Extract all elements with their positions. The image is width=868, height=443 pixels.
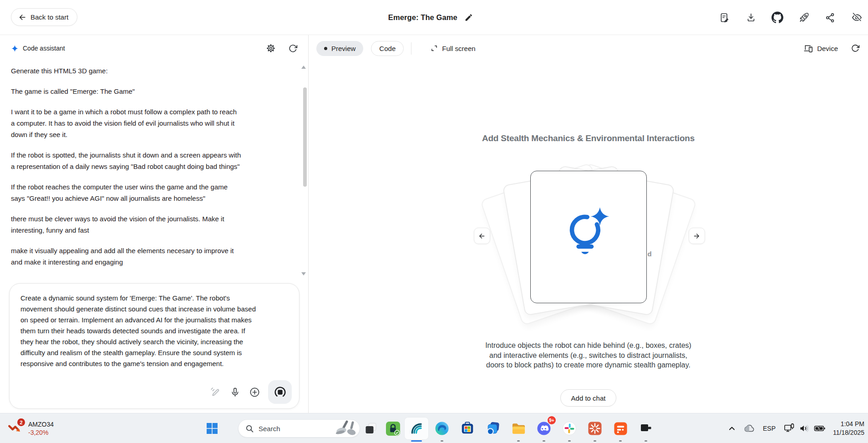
description-line: and interactive elements (e.g., switches… — [309, 351, 868, 361]
filter-app[interactable] — [608, 413, 633, 443]
expand-icon — [431, 45, 438, 52]
suggestion-card-title: Add Stealth Mechanics & Environmental In… — [309, 133, 868, 143]
edge-browser-app[interactable] — [429, 413, 455, 443]
idea-lightbulb-icon — [567, 206, 610, 259]
edge-icon — [434, 421, 450, 436]
tray-status-cluster[interactable] — [783, 421, 827, 436]
outlook-app[interactable] — [480, 413, 506, 443]
discord-notification-badge: 9+ — [548, 416, 556, 424]
notes-edit-icon[interactable] — [719, 12, 731, 24]
chat-history[interactable]: Generate this HTML5 3D game: The game is… — [0, 61, 308, 279]
stock-symbol: AMZO34 — [28, 420, 54, 428]
starburst-icon — [587, 421, 603, 436]
running-indicator — [645, 440, 647, 442]
device-label: Device — [817, 45, 838, 52]
assistant-header: Code assistant — [0, 35, 308, 61]
back-to-start-button[interactable]: Back to start — [11, 8, 77, 26]
composer-actions — [209, 380, 292, 404]
tray-date: 11/18/2025 — [833, 428, 864, 437]
suggestion-card — [530, 171, 647, 303]
start-button[interactable] — [203, 419, 221, 438]
chat-composer: Create a dynamic sound system for 'Emerg… — [9, 283, 299, 409]
add-attachment-icon[interactable] — [249, 386, 260, 398]
taskbar-search-box[interactable]: Search — [238, 419, 360, 438]
edit-title-pencil-icon[interactable] — [463, 12, 475, 24]
file-explorer-app[interactable] — [506, 413, 531, 443]
store-icon — [460, 421, 475, 436]
slack-icon — [562, 421, 577, 436]
volume-icon — [799, 423, 810, 434]
show-hidden-icons-chevron[interactable] — [727, 424, 736, 433]
clock[interactable]: 1:04 PM 11/18/2025 — [833, 420, 864, 437]
main-split: Code assistant Generate this HTML5 3D ga… — [0, 35, 868, 413]
tab-preview[interactable]: Preview — [316, 41, 363, 56]
preview-viewport: Add Stealth Mechanics & Environmental In… — [309, 61, 868, 413]
mic-icon[interactable] — [229, 386, 241, 398]
running-indicator — [619, 440, 622, 442]
widgets-stock-button[interactable]: 2 AMZO34 -3,20% — [7, 413, 54, 443]
screen-capture-icon — [638, 421, 654, 436]
refresh-preview-icon[interactable] — [850, 43, 861, 54]
preview-header: Preview Code Full screen — [309, 35, 868, 61]
scroll-up-arrow[interactable] — [301, 66, 306, 69]
running-indicator — [441, 440, 443, 442]
slack-app[interactable] — [557, 413, 582, 443]
stop-generating-button[interactable] — [268, 380, 292, 404]
chat-input[interactable]: Create a dynamic sound system for 'Emerg… — [10, 284, 271, 369]
topbar-actions — [719, 0, 863, 35]
preview-panel: Preview Code Full screen — [309, 35, 868, 413]
folder-icon — [511, 421, 526, 436]
tab-preview-label: Preview — [331, 45, 355, 52]
device-icon — [804, 44, 813, 53]
discord-app[interactable]: 9+ — [531, 413, 557, 443]
windows-taskbar: 2 AMZO34 -3,20% Search — [0, 413, 868, 443]
tab-code[interactable]: Code — [371, 41, 404, 56]
widgets-badge: 2 — [17, 418, 25, 426]
search-highlight-image — [333, 420, 357, 437]
settings-gear-icon[interactable] — [265, 43, 276, 54]
github-icon[interactable] — [772, 12, 783, 24]
deploy-rocket-icon[interactable] — [798, 12, 810, 24]
chat-paragraph: there must be clever ways to avoid the v… — [11, 213, 242, 236]
starburst-app[interactable] — [582, 413, 608, 443]
back-to-start-label: Back to start — [30, 13, 68, 21]
page-title: Emerge: The Game — [388, 13, 457, 22]
share-icon[interactable] — [824, 12, 836, 24]
battery-charging-icon — [814, 423, 826, 434]
code-assistant-panel: Code assistant Generate this HTML5 3D ga… — [0, 35, 309, 413]
chat-paragraph: If the robot is spotted, the journalists… — [11, 149, 242, 172]
microsoft-store-app[interactable] — [455, 413, 480, 443]
chat-paragraph: If the robot reaches the computer the us… — [11, 181, 242, 204]
full-screen-button[interactable]: Full screen — [431, 45, 475, 52]
sparkle-icon — [11, 45, 19, 52]
document-title-group: Emerge: The Game — [388, 0, 475, 35]
active-app-button[interactable] — [404, 413, 429, 443]
password-manager-app[interactable] — [382, 413, 404, 443]
chat-paragraph: The game is called "Emerge: The Game" — [11, 86, 242, 97]
magic-edit-icon[interactable] — [209, 386, 221, 398]
search-icon — [245, 424, 254, 433]
language-indicator[interactable]: ESP — [762, 425, 777, 432]
green-lock-icon — [385, 421, 401, 436]
running-indicator — [568, 440, 571, 442]
chat-paragraph: I want it to be a game in which a robot … — [11, 106, 242, 140]
device-button[interactable]: Device — [804, 44, 838, 53]
chat-scrollbar-thumb[interactable] — [303, 87, 307, 187]
taskbar-center: Search — [203, 413, 659, 443]
carousel-prev-button[interactable] — [474, 228, 490, 244]
assistant-title: Code assistant — [23, 45, 65, 52]
running-indicator — [517, 440, 520, 442]
onedrive-cloud-icon[interactable] — [743, 422, 756, 435]
chat-paragraph: Generate this HTML5 3D game: — [11, 65, 242, 76]
download-icon[interactable] — [745, 12, 757, 24]
task-view-button[interactable] — [360, 413, 382, 443]
scroll-down-arrow[interactable] — [301, 272, 306, 275]
description-line: Introduce objects the robot can hide beh… — [309, 341, 868, 351]
refresh-chat-icon[interactable] — [287, 43, 298, 54]
tab-code-label: Code — [379, 45, 396, 52]
add-to-chat-button[interactable]: Add to chat — [560, 389, 617, 407]
chat-paragraph: make it visually appealing and add all t… — [11, 245, 242, 268]
visibility-off-icon[interactable] — [851, 12, 863, 24]
carousel-next-button[interactable] — [689, 228, 705, 244]
capture-app[interactable] — [633, 413, 659, 443]
